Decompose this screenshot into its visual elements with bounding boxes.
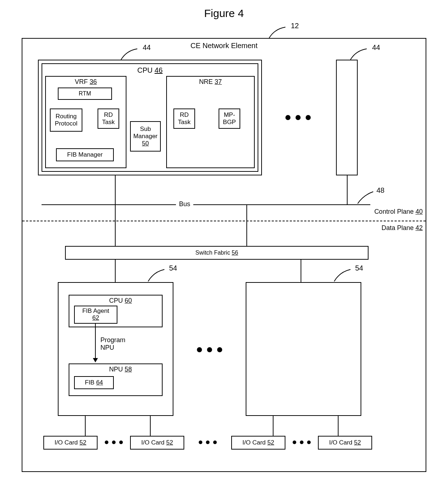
io-card-3-label: I/O Card bbox=[242, 439, 266, 446]
bus-line-left bbox=[42, 204, 176, 205]
mp-bgp-label: MP-BGP bbox=[219, 111, 240, 126]
cpu-46-ref: 46 bbox=[155, 66, 163, 74]
conn-sf-to-card54-left bbox=[115, 260, 116, 282]
fib-manager-box: FIB Manager bbox=[56, 148, 114, 161]
nre-ref: 37 bbox=[215, 78, 222, 85]
ellipsis-io-1 bbox=[105, 441, 123, 444]
control-plane-label: Control Plane 40 bbox=[374, 208, 423, 216]
io-card-4-label: I/O Card bbox=[329, 439, 352, 446]
conn-bus-to-sf-left bbox=[115, 204, 116, 246]
conn-card54r-io2 bbox=[338, 416, 339, 436]
io-card-1-label: I/O Card bbox=[55, 439, 78, 446]
ref-48: 48 bbox=[376, 186, 384, 195]
cpu-60-label: CPU 60 bbox=[109, 297, 160, 305]
program-npu-arrow-line bbox=[95, 324, 96, 360]
fib-agent-ref: 62 bbox=[92, 315, 99, 322]
ref-54-right: 54 bbox=[355, 264, 363, 272]
data-plane-ref: 42 bbox=[415, 224, 423, 231]
ellipsis-io-3 bbox=[293, 441, 311, 444]
io-card-3-ref: 52 bbox=[267, 439, 274, 446]
npu-ref: 58 bbox=[125, 366, 132, 373]
callout-stroke-44-left bbox=[119, 47, 141, 61]
plane-separator bbox=[22, 221, 426, 221]
fib-agent-box: FIB Agent 62 bbox=[74, 306, 117, 324]
bus-label: Bus bbox=[176, 200, 193, 208]
control-plane-text: Control Plane bbox=[374, 208, 414, 215]
card-44-right bbox=[336, 60, 358, 175]
mp-bgp-box: MP-BGP bbox=[219, 109, 240, 129]
rd-task-left-label: RD Task bbox=[98, 111, 119, 126]
cpu-60-ref: 60 bbox=[125, 297, 132, 304]
card-54-right bbox=[246, 282, 361, 416]
ref-54-left: 54 bbox=[169, 264, 177, 272]
nre-text: NRE bbox=[199, 78, 213, 85]
io-card-2-ref: 52 bbox=[166, 439, 173, 446]
vrf-text: VRF bbox=[75, 78, 88, 85]
ref-44-right: 44 bbox=[372, 43, 380, 52]
io-card-2: I/O Card 52 bbox=[130, 436, 184, 450]
ref-44-left: 44 bbox=[143, 43, 151, 52]
nre-label: NRE 37 bbox=[167, 78, 254, 86]
switch-fabric-label: Switch Fabric bbox=[195, 250, 230, 256]
cpu-46-label: CPU 46 bbox=[42, 66, 258, 75]
sub-manager-box: Sub Manager 50 bbox=[130, 121, 161, 152]
ellipsis-io-2 bbox=[199, 441, 217, 444]
cpu-60-text: CPU bbox=[109, 297, 123, 304]
conn-bus-to-sf-right bbox=[246, 204, 247, 246]
callout-stroke-48 bbox=[356, 190, 376, 204]
conn-sf-to-card54-right bbox=[301, 260, 301, 282]
conn-card54l-io1 bbox=[85, 416, 86, 436]
ellipsis-top bbox=[285, 115, 311, 120]
bus-line-right bbox=[193, 204, 370, 205]
io-card-1: I/O Card 52 bbox=[43, 436, 98, 450]
rd-task-nre-label: RD Task bbox=[174, 111, 194, 126]
rtm-box: RTM bbox=[58, 88, 112, 100]
vrf-ref: 36 bbox=[90, 78, 97, 85]
npu-text: NPU bbox=[109, 366, 123, 373]
data-plane-label: Data Plane 42 bbox=[382, 224, 423, 232]
callout-stroke-44-right bbox=[349, 47, 370, 61]
routing-protocol-label: Routing Protocol bbox=[51, 113, 82, 127]
program-npu-arrowhead bbox=[93, 358, 98, 362]
conn-card44-left-to-bus bbox=[115, 175, 116, 204]
control-plane-ref: 40 bbox=[415, 208, 423, 215]
rd-task-left-box: RD Task bbox=[98, 109, 119, 129]
io-card-4-ref: 52 bbox=[354, 439, 361, 446]
io-card-1-ref: 52 bbox=[79, 439, 86, 446]
ref-12: 12 bbox=[291, 22, 299, 30]
rtm-label: RTM bbox=[79, 90, 91, 97]
io-card-4: I/O Card 52 bbox=[318, 436, 372, 450]
fib-agent-label: FIB Agent bbox=[82, 308, 109, 315]
conn-card54l-io2 bbox=[150, 416, 151, 436]
diagram-canvas: Figure 4 12 CE Network Element 44 CPU 46… bbox=[7, 7, 441, 477]
cpu-46-text: CPU bbox=[137, 66, 152, 74]
rd-task-nre-box: RD Task bbox=[173, 109, 195, 129]
program-npu-label: Program NPU bbox=[100, 336, 133, 351]
fib-label: FIB bbox=[85, 379, 94, 386]
switch-fabric-box: Switch Fabric 56 bbox=[65, 246, 369, 260]
fib-ref: 64 bbox=[96, 379, 103, 386]
callout-stroke-54-right bbox=[332, 268, 354, 282]
sub-manager-label: Sub Manager bbox=[131, 125, 160, 140]
switch-fabric-ref: 56 bbox=[232, 250, 238, 256]
vrf-label: VRF 36 bbox=[46, 78, 126, 86]
conn-card54r-io1 bbox=[273, 416, 273, 436]
callout-stroke-54-left bbox=[146, 268, 168, 282]
fib-manager-label: FIB Manager bbox=[67, 151, 103, 158]
fib-box: FIB 64 bbox=[74, 376, 114, 389]
figure-title: Figure 4 bbox=[7, 7, 441, 20]
callout-stroke-12 bbox=[267, 25, 289, 40]
io-card-2-label: I/O Card bbox=[141, 439, 164, 446]
data-plane-text: Data Plane bbox=[382, 224, 414, 231]
npu-label: NPU 58 bbox=[109, 366, 160, 373]
ellipsis-mid bbox=[197, 347, 222, 352]
io-card-3: I/O Card 52 bbox=[231, 436, 285, 450]
routing-protocol-box: Routing Protocol bbox=[50, 109, 82, 132]
conn-card44-right-to-bus bbox=[347, 175, 348, 204]
sub-manager-ref: 50 bbox=[142, 140, 149, 147]
